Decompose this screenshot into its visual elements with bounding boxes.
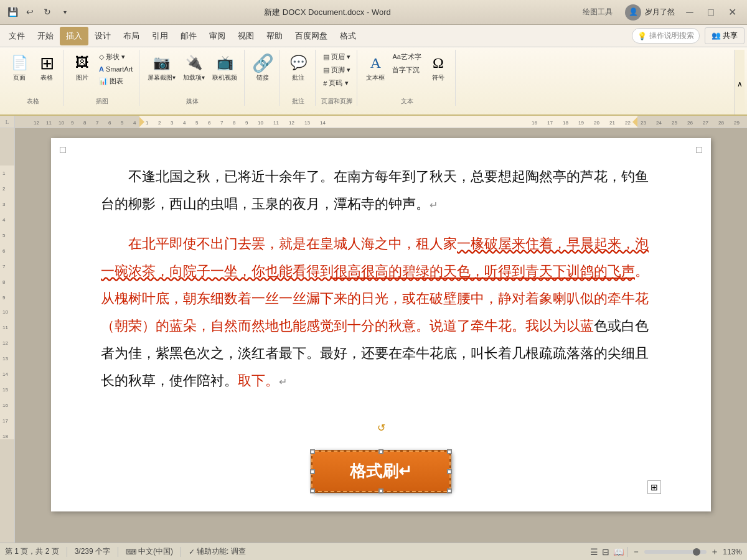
svg-text:3: 3 — [171, 120, 174, 126]
layout-options-button[interactable]: ⊞ — [647, 480, 661, 494]
shape-button[interactable]: ◇ 形状 ▾ — [96, 51, 135, 63]
pagenumber-button[interactable]: # 页码 ▾ — [321, 77, 353, 89]
svg-text:2: 2 — [158, 120, 161, 126]
view-layout-button[interactable]: ⊟ — [602, 547, 609, 557]
status-bar: 第 1 页，共 2 页 3/239 个字 ⌨ 中文(中国) ✓ 辅助功能: 调查… — [0, 543, 747, 560]
save-button[interactable]: 💾 — [5, 5, 20, 20]
svg-text:8: 8 — [233, 120, 236, 126]
selection-handle-bm — [378, 488, 383, 493]
svg-text:6: 6 — [208, 120, 211, 126]
svg-text:4: 4 — [183, 120, 186, 126]
customize-quick-access-button[interactable]: ▾ — [57, 5, 72, 20]
header-button[interactable]: ▤ 页眉 ▾ — [321, 51, 353, 63]
menu-format[interactable]: 格式 — [334, 27, 362, 45]
header-icon: ▤ — [323, 53, 329, 61]
view-read-button[interactable]: 📖 — [613, 547, 624, 557]
selection-handle-bl — [310, 488, 315, 493]
comment-button[interactable]: 💬 批注 — [285, 50, 311, 83]
svg-text:10: 10 — [258, 120, 263, 126]
selection-handle-tm — [378, 449, 383, 454]
ribbon-group-comment: 💬 批注 批注 — [281, 50, 316, 106]
svg-text:27: 27 — [703, 120, 708, 126]
menu-design[interactable]: 设计 — [88, 27, 117, 45]
zoom-in-button[interactable]: ＋ — [710, 546, 719, 558]
online-video-button[interactable]: 📺 联机视频 — [209, 50, 240, 83]
menu-baidu[interactable]: 百度网盘 — [289, 27, 334, 45]
picture-button[interactable]: 🖼 图片 — [69, 50, 95, 83]
menu-references[interactable]: 引用 — [146, 27, 174, 45]
chart-icon: 📊 — [99, 77, 108, 85]
menu-bar: 文件 开始 插入 设计 布局 引用 邮件 审阅 视图 帮助 百度网盘 格式 💡 … — [0, 25, 747, 47]
close-button[interactable]: ✕ — [722, 4, 742, 21]
wordart-button[interactable]: Aa艺术字 — [390, 51, 423, 63]
zoom-slider-thumb[interactable] — [693, 548, 700, 556]
restore-button[interactable]: □ — [701, 4, 721, 21]
screenshot-button[interactable]: 📷 屏幕截图▾ — [144, 50, 179, 83]
menu-layout[interactable]: 布局 — [117, 27, 146, 45]
minimize-button[interactable]: ─ — [680, 4, 700, 21]
menu-insert[interactable]: 插入 — [60, 27, 88, 45]
ruler-track: 121110 987 654 123 456 789 101112 1314 1… — [15, 116, 747, 128]
menu-help[interactable]: 帮助 — [260, 27, 289, 45]
undo-button[interactable]: ↩ — [22, 5, 37, 20]
search-box[interactable]: 💡 操作说明搜索 — [632, 28, 700, 44]
svg-text:26: 26 — [687, 120, 693, 126]
svg-text:1: 1 — [2, 170, 6, 176]
zoom-percentage[interactable]: 113% — [723, 548, 742, 556]
language-indicator[interactable]: ⌨ 中文(中国) — [126, 546, 173, 557]
menu-home[interactable]: 开始 — [31, 27, 60, 45]
table-button[interactable]: ⊞ 表格 — [34, 50, 60, 83]
selection-handle-ml — [310, 469, 315, 474]
zoom-area: ☰ ⊟ 📖 － ＋ 113% — [590, 546, 742, 558]
screenshot-icon: 📷 — [152, 53, 172, 73]
ribbon-collapse-button[interactable]: ∧ — [735, 50, 745, 116]
ribbon-group-pages: 📄 页面 ⊞ 表格 表格 — [2, 50, 64, 106]
illustrations-items: 🖼 图片 ◇ 形状 ▾ A SmartArt 📊 图表 — [69, 50, 135, 96]
lightbulb-icon: 💡 — [637, 32, 647, 40]
document-area[interactable]: 不逢北国之秋，已将近十余年了。在南方每年到了秋天，总要想起陶然亭的芦花，钓鱼台的… — [15, 128, 747, 543]
svg-text:23: 23 — [641, 120, 646, 126]
pages-group-label: 表格 — [27, 97, 39, 106]
accessibility-indicator[interactable]: ✓ 辅助功能: 调查 — [189, 546, 246, 557]
svg-text:16: 16 — [532, 120, 537, 126]
vertical-ruler: 1 2 3 4 5 6 7 8 9 10 11 12 13 14 15 16 1… — [0, 128, 15, 543]
user-area: 👤 岁月了然 — [625, 4, 675, 21]
zoom-slider[interactable] — [644, 550, 707, 554]
page-button[interactable]: 📄 页面 — [6, 50, 32, 83]
textbox-button[interactable]: A 文本框 — [362, 50, 388, 83]
format-brush-tooltip[interactable]: 格式刷↵ — [311, 450, 451, 493]
svg-text:4: 4 — [133, 120, 136, 126]
svg-text:17: 17 — [547, 120, 553, 126]
svg-text:15: 15 — [2, 387, 8, 393]
ribbon-group-media: 📷 屏幕截图▾ 🔌 加载项▾ 📺 联机视频 媒体 — [141, 50, 245, 106]
paragraph-1[interactable]: 不逢北国之秋，已将近十余年了。在南方每年到了秋天，总要想起陶然亭的芦花，钓鱼台的… — [101, 163, 661, 218]
chart-button[interactable]: 📊 图表 — [96, 75, 135, 87]
share-button[interactable]: 👥 共享 — [705, 27, 745, 44]
menu-view[interactable]: 视图 — [232, 27, 260, 45]
addin-button[interactable]: 🔌 加载项▾ — [180, 50, 208, 83]
accessibility-icon: ✓ — [189, 548, 195, 556]
dropcap-button[interactable]: 首字下沉 — [390, 64, 423, 76]
avatar[interactable]: 👤 — [625, 4, 641, 21]
table-icon: ⊞ — [37, 53, 57, 73]
svg-text:12: 12 — [289, 120, 294, 126]
online-video-icon: 📺 — [215, 53, 235, 73]
symbol-button[interactable]: Ω 符号 — [425, 50, 451, 83]
svg-text:28: 28 — [718, 120, 724, 126]
svg-text:16: 16 — [2, 403, 8, 408]
menu-mailings[interactable]: 邮件 — [174, 27, 203, 45]
menu-review[interactable]: 审阅 — [203, 27, 232, 45]
smartart-button[interactable]: A SmartArt — [96, 64, 135, 74]
footer-button[interactable]: ▤ 页脚 ▾ — [321, 64, 353, 76]
zoom-out-button[interactable]: － — [632, 546, 641, 558]
ruler-corner[interactable]: L — [0, 116, 15, 128]
svg-text:4: 4 — [2, 217, 6, 223]
redo-button[interactable]: ↻ — [40, 5, 55, 20]
menu-file[interactable]: 文件 — [2, 27, 31, 45]
svg-text:17: 17 — [2, 418, 8, 424]
view-normal-button[interactable]: ☰ — [590, 547, 598, 557]
picture-icon: 🖼 — [72, 53, 92, 73]
link-button[interactable]: 🔗 链接 — [250, 50, 276, 83]
paragraph-2[interactable]: 在北平即使不出门去罢，就是在皇城人海之中，租人家一椽破屋来住着，早晨起来，泡一碗… — [101, 230, 661, 394]
document-page[interactable]: 不逢北国之秋，已将近十余年了。在南方每年到了秋天，总要想起陶然亭的芦花，钓鱼台的… — [51, 138, 711, 511]
